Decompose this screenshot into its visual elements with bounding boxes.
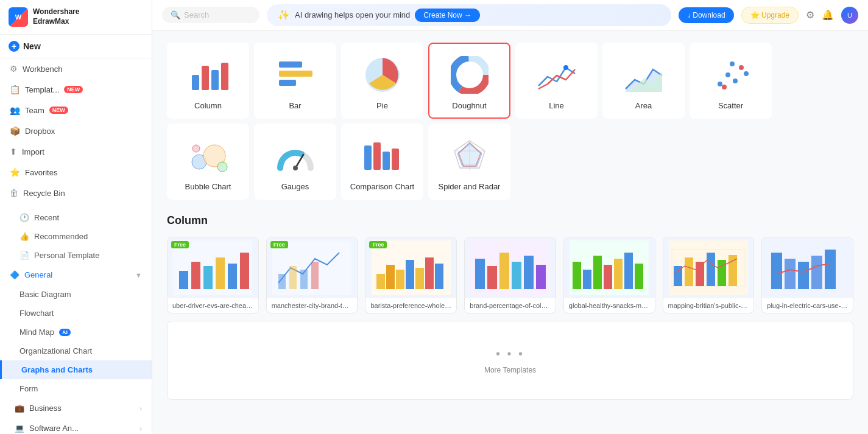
more-templates-card[interactable]: • • • More Templates	[167, 321, 853, 400]
chart-type-pie[interactable]: Pie	[341, 43, 423, 119]
sidebar-item-recommended[interactable]: 👍 Recommended	[0, 227, 152, 246]
sidebar-item-graphs[interactable]: Graphs and Charts	[0, 360, 152, 379]
svg-rect-47	[300, 270, 308, 289]
bubble-chart-svg	[187, 138, 230, 174]
download-button[interactable]: ↓ Download	[679, 7, 734, 23]
svg-rect-58	[475, 259, 485, 289]
svg-rect-68	[604, 265, 612, 289]
svg-point-15	[739, 65, 744, 70]
search-icon: 🔍	[171, 10, 180, 19]
sidebar-item-recent[interactable]: 🕐 Recent	[0, 208, 152, 227]
topbar-right: ↓ Download ⭐ Upgrade ⚙ 🔔 U	[679, 7, 858, 24]
svg-rect-59	[487, 266, 497, 289]
chart-type-bubble[interactable]: Bubble Chart	[167, 124, 249, 200]
svg-rect-26	[373, 142, 381, 170]
svg-rect-65	[573, 262, 581, 289]
chart-type-grid: Column Bar	[167, 43, 853, 200]
svg-rect-28	[392, 149, 399, 170]
notifications-icon[interactable]: 🔔	[822, 9, 834, 21]
sidebar-item-dropbox[interactable]: 📦 Dropbox	[0, 121, 152, 141]
settings-icon[interactable]: ⚙	[806, 9, 814, 21]
svg-rect-43	[240, 253, 249, 289]
chart-type-line[interactable]: Line	[515, 43, 598, 119]
svg-rect-25	[364, 145, 372, 170]
svg-rect-63	[536, 265, 546, 289]
svg-rect-81	[771, 253, 782, 289]
sidebar-item-business[interactable]: 💼 Business ›	[0, 398, 152, 418]
svg-rect-83	[798, 262, 809, 289]
chevron-down-icon: ▼	[135, 271, 142, 279]
svg-rect-41	[216, 257, 225, 289]
sidebar-item-orgchart[interactable]: Organizational Chart	[0, 341, 152, 360]
sidebar-item-general[interactable]: 🔷 General ▼	[0, 265, 152, 285]
ai-icon: ✨	[278, 9, 290, 21]
svg-rect-78	[718, 260, 726, 286]
svg-rect-61	[512, 262, 521, 289]
svg-point-18	[730, 61, 735, 66]
ai-banner: ✨ AI drawing helps open your mind Create…	[267, 4, 671, 26]
sidebar-item-form[interactable]: Form	[0, 379, 152, 398]
svg-point-22	[192, 145, 200, 152]
upgrade-button[interactable]: ⭐ Upgrade	[741, 7, 799, 24]
svg-rect-1	[202, 66, 209, 90]
chart-type-gauges[interactable]: Gauges	[254, 124, 336, 200]
sidebar-item-import[interactable]: ⬆ Import	[0, 141, 152, 162]
chart-type-area[interactable]: Area	[602, 43, 685, 119]
svg-rect-62	[524, 256, 534, 289]
svg-rect-82	[785, 259, 796, 289]
sidebar-item-recycle[interactable]: 🗑 Recycle Bin	[0, 183, 152, 203]
sidebar-item-templates[interactable]: 📋 Templat... NEW	[0, 79, 152, 100]
template-preview-6	[669, 240, 748, 295]
dropbox-icon: 📦	[10, 126, 20, 136]
sidebar-item-favorites[interactable]: ⭐ Favorites	[0, 162, 152, 183]
template-card-2[interactable]: Free manchester-city-brand-tea-...	[266, 237, 358, 313]
template-preview-4	[470, 240, 549, 295]
svg-rect-3	[221, 63, 228, 90]
svg-rect-2	[211, 70, 219, 90]
svg-point-21	[217, 162, 227, 172]
template-card-4[interactable]: brand-percentage-of-cola-v-...	[464, 237, 556, 313]
svg-point-16	[744, 71, 749, 76]
svg-rect-67	[593, 256, 602, 289]
template-preview-3	[372, 240, 451, 295]
logo-area: W Wondershare EdrawMax	[0, 0, 152, 35]
comparison-chart-svg	[361, 139, 404, 173]
template-preview-5	[570, 240, 649, 295]
business-icon: 💼	[15, 404, 24, 413]
template-card-5[interactable]: global-healthy-snacks-mark-...	[563, 237, 655, 313]
search-box[interactable]: 🔍 Search	[162, 7, 259, 23]
template-card-6[interactable]: mapping-britian's-public-fin-...	[663, 237, 755, 313]
sidebar-item-software[interactable]: 💻 Software An... ›	[0, 418, 152, 434]
template-card-3[interactable]: Free barista-preference-whole-m-...	[365, 237, 457, 313]
software-icon: 💻	[15, 424, 24, 433]
sidebar-item-team[interactable]: 👥 Team NEW	[0, 100, 152, 121]
sidebar-item-flowchart[interactable]: Flowchart	[0, 304, 152, 323]
sidebar-item-workbench[interactable]: ⚙ Workbench	[0, 58, 152, 79]
personal-icon: 📄	[19, 251, 29, 260]
svg-point-14	[733, 79, 738, 83]
avatar[interactable]: U	[841, 7, 858, 24]
sidebar-item-personal[interactable]: 📄 Personal Template	[0, 246, 152, 265]
template-preview-1	[173, 240, 252, 295]
svg-rect-52	[396, 270, 404, 289]
svg-rect-5	[279, 71, 312, 77]
svg-point-17	[722, 85, 727, 89]
workbench-icon: ⚙	[10, 64, 18, 74]
svg-rect-45	[278, 274, 286, 289]
sidebar-item-mindmap[interactable]: Mind Map AI	[0, 323, 152, 341]
new-button[interactable]: + New	[0, 35, 152, 58]
sidebar-item-basic[interactable]: Basic Diagram	[0, 285, 152, 304]
chart-type-comparison[interactable]: Comparison Chart	[341, 124, 423, 200]
chart-type-bar[interactable]: Bar	[254, 43, 336, 119]
create-now-button[interactable]: Create Now →	[415, 9, 480, 22]
template-card-7[interactable]: plug-in-electric-cars-use-in-...	[761, 237, 853, 313]
svg-rect-71	[635, 264, 643, 289]
chart-type-column[interactable]: Column	[167, 43, 249, 119]
chart-type-spider[interactable]: Spider and Radar	[428, 124, 510, 200]
chart-type-scatter[interactable]: Scatter	[690, 43, 772, 119]
chart-type-doughnut[interactable]: Doughnut	[428, 43, 510, 119]
area-chart-svg	[623, 58, 665, 92]
doughnut-chart-svg	[451, 56, 489, 94]
template-card-1[interactable]: Free uber-driver-evs-are-cheaper-...	[167, 237, 259, 313]
content-area: Column Bar	[152, 30, 868, 434]
